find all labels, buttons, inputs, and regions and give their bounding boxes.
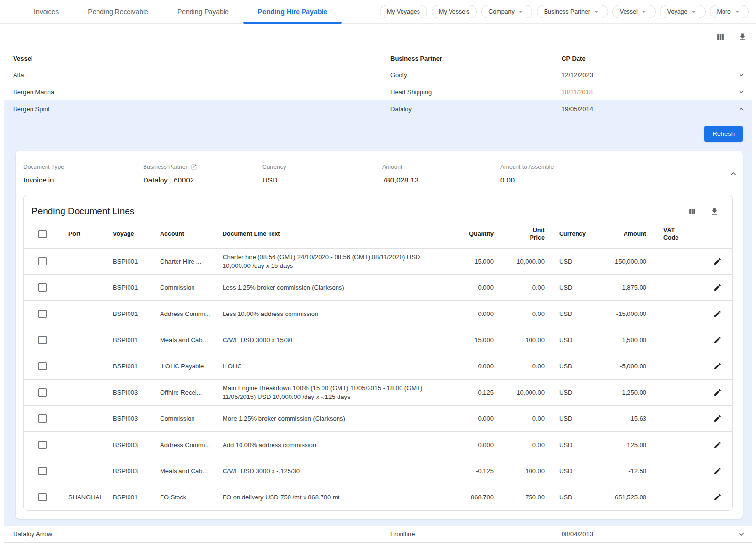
cell-quantity: 0.000	[435, 411, 494, 426]
column-header-vessel: Vessel	[4, 55, 390, 62]
cell-cp-date: 08/04/2013	[562, 530, 731, 538]
cell-document-line-text: Less 10.00% address commission	[223, 306, 435, 322]
tab-pending-receivable[interactable]: Pending Receivable	[73, 0, 163, 23]
row-checkbox[interactable]	[38, 362, 47, 370]
cell-cp-date: 18/11/2018	[562, 88, 731, 96]
vessel-row[interactable]: Bergen Spirit Dataloy 19/05/2014	[4, 100, 752, 117]
cell-voyage: BSPI003	[113, 385, 160, 400]
edit-icon[interactable]	[713, 283, 722, 292]
cell-amount: -15,000.00	[595, 306, 646, 321]
summary-field-currency: Currency USD	[262, 164, 382, 184]
filter-chip-company[interactable]: Company	[481, 5, 532, 18]
select-all-checkbox[interactable]	[38, 230, 47, 238]
cell-port	[68, 363, 113, 370]
document-line-row: SHANGHAI BSPI001 FO Stock FO on delivery…	[24, 484, 732, 510]
cell-cp-date: 12/12/2023	[562, 71, 731, 79]
cell-amount: 651,525.00	[595, 490, 646, 505]
vessel-row[interactable]: Bergen Marina Head Shipping 18/11/2018	[4, 83, 752, 100]
filter-chip-label: Voyage	[667, 8, 688, 15]
cell-amount: 15.63	[595, 411, 646, 426]
edit-icon[interactable]	[713, 414, 722, 423]
cell-quantity: 0.000	[435, 306, 494, 321]
tab-pending-payable[interactable]: Pending Payable	[163, 0, 243, 23]
pending-document-lines-title: Pending Document Lines	[32, 206, 134, 216]
cell-vat-code	[646, 258, 695, 265]
edit-icon[interactable]	[713, 441, 722, 449]
row-checkbox[interactable]	[38, 257, 47, 265]
cell-port	[68, 310, 113, 318]
row-checkbox[interactable]	[38, 388, 47, 397]
cell-vessel: Dataloy Arrow	[4, 530, 390, 538]
document-line-row: BSPI001 Charter Hire ... Charter hire (0…	[24, 248, 732, 274]
cell-business-partner: Dataloy	[390, 105, 562, 113]
filter-chip-label: Vessel	[620, 8, 638, 15]
vessel-row[interactable]: Dataloy Arrow Frontline 08/04/2013	[4, 526, 752, 543]
cell-vat-code	[646, 389, 695, 397]
row-checkbox[interactable]	[38, 414, 47, 423]
filter-chip-my-voyages[interactable]: My Voyages	[380, 5, 427, 18]
download-icon[interactable]	[737, 31, 748, 43]
row-checkbox[interactable]	[38, 467, 47, 475]
filter-chip-label: More	[717, 8, 731, 15]
summary-field-value: 780,028.13	[382, 176, 500, 184]
edit-icon[interactable]	[713, 493, 722, 501]
filter-chip-my-vessels[interactable]: My Vessels	[432, 5, 477, 18]
cell-document-line-text: More 1.25% broker commission (Clarksons)	[223, 411, 435, 427]
row-checkbox[interactable]	[38, 310, 47, 318]
cell-port	[68, 336, 113, 344]
tab-pending-hire-payable[interactable]: Pending Hire Payable	[243, 0, 342, 23]
cell-vat-code	[646, 310, 695, 318]
edit-icon[interactable]	[713, 257, 722, 265]
open-in-new-icon[interactable]	[191, 164, 197, 170]
lines-table-header: Port Voyage Account Document Line Text Q…	[24, 220, 732, 248]
cell-account: Meals and Cab...	[160, 332, 223, 348]
tab-label: Pending Payable	[177, 8, 229, 16]
column-header-quantity: Quantity	[435, 227, 494, 241]
filter-chip-more[interactable]: More	[710, 5, 749, 18]
column-header-port: Port	[68, 227, 113, 241]
chevron-down-icon[interactable]	[731, 530, 752, 539]
chevron-down-icon[interactable]	[731, 87, 752, 97]
row-checkbox[interactable]	[38, 441, 47, 449]
cell-currency: USD	[545, 464, 595, 479]
cell-quantity: 868.700	[435, 490, 494, 505]
chevron-down-icon[interactable]	[731, 70, 752, 80]
chevron-up-icon[interactable]	[731, 104, 752, 114]
filter-bar: My Voyages My Vessels Company Business P…	[380, 5, 749, 18]
cell-voyage: BSPI003	[113, 437, 160, 452]
edit-icon[interactable]	[713, 310, 722, 318]
edit-icon[interactable]	[713, 467, 722, 475]
cell-vat-code	[646, 415, 695, 423]
collapse-detail-chevron-up-icon[interactable]	[724, 164, 743, 184]
dropdown-arrow-icon	[733, 7, 741, 16]
edit-icon[interactable]	[713, 362, 722, 370]
row-checkbox[interactable]	[38, 283, 47, 292]
cell-port	[68, 284, 113, 292]
filter-chip-voyage[interactable]: Voyage	[660, 5, 706, 18]
summary-field-value: Invoice in	[23, 176, 143, 184]
cell-vat-code	[646, 467, 695, 475]
row-checkbox[interactable]	[38, 336, 47, 344]
filter-chip-label: Company	[488, 8, 515, 15]
summary-field-business-partner: Business Partner Dataloy , 60002	[143, 164, 262, 184]
tab-invoices[interactable]: Invoices	[19, 0, 73, 23]
summary-field-label: Business Partner	[143, 164, 187, 170]
vessel-row[interactable]: Alta Goofy 12/12/2023	[4, 66, 752, 83]
row-checkbox[interactable]	[38, 493, 47, 501]
cell-voyage: BSPI001	[113, 490, 160, 505]
tabs: Invoices Pending Receivable Pending Paya…	[19, 0, 342, 23]
summary-field-amount: Amount 780,028.13	[382, 164, 500, 184]
cell-voyage: BSPI001	[113, 359, 160, 374]
pending-hire-payable-page: Invoices Pending Receivable Pending Paya…	[0, 0, 756, 547]
filter-chip-vessel[interactable]: Vessel	[612, 5, 656, 18]
edit-icon[interactable]	[713, 388, 722, 397]
column-settings-icon[interactable]	[714, 31, 726, 43]
edit-icon[interactable]	[713, 336, 722, 344]
download-icon[interactable]	[708, 205, 720, 217]
cell-document-line-text: ILOHC	[223, 358, 435, 375]
pending-document-lines-card: Pending Document Lines Port Voyage Accou…	[23, 195, 733, 511]
column-settings-icon[interactable]	[686, 205, 698, 217]
refresh-button[interactable]: Refresh	[704, 126, 743, 142]
filter-chip-business-partner[interactable]: Business Partner	[537, 5, 608, 18]
cell-cp-date: 19/05/2014	[562, 105, 731, 113]
